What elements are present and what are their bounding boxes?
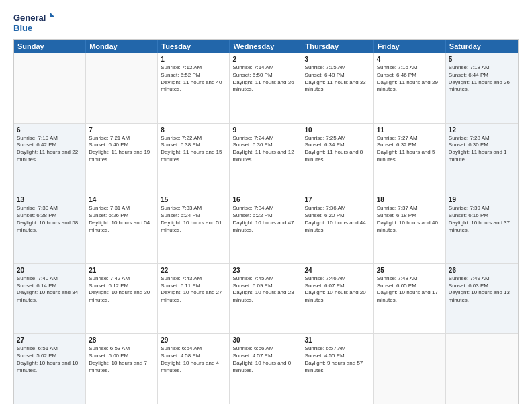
day-number: 1 bbox=[161, 55, 226, 64]
cal-cell-10: 10Sunrise: 7:25 AM Sunset: 6:34 PM Dayli… bbox=[302, 124, 374, 193]
day-number: 10 bbox=[305, 126, 371, 134]
header-day-monday: Monday bbox=[86, 40, 158, 53]
cal-cell-6: 6Sunrise: 7:19 AM Sunset: 6:42 PM Daylig… bbox=[14, 124, 86, 193]
day-number: 13 bbox=[17, 195, 83, 204]
week-row-2: 13Sunrise: 7:30 AM Sunset: 6:28 PM Dayli… bbox=[14, 193, 518, 264]
logo-icon: General Blue bbox=[13, 11, 54, 35]
cal-cell-26: 26Sunrise: 7:49 AM Sunset: 6:03 PM Dayli… bbox=[446, 264, 518, 334]
day-number: 19 bbox=[449, 195, 515, 204]
header-day-sunday: Sunday bbox=[14, 40, 86, 53]
day-number: 21 bbox=[89, 266, 154, 275]
day-number: 28 bbox=[89, 336, 154, 345]
header-day-tuesday: Tuesday bbox=[158, 40, 230, 53]
cal-cell-9: 9Sunrise: 7:24 AM Sunset: 6:36 PM Daylig… bbox=[230, 124, 302, 193]
day-info: Sunrise: 7:31 AM Sunset: 6:26 PM Dayligh… bbox=[89, 205, 154, 234]
cal-cell-12: 12Sunrise: 7:28 AM Sunset: 6:30 PM Dayli… bbox=[446, 124, 518, 193]
cal-cell-4: 4Sunrise: 7:16 AM Sunset: 6:46 PM Daylig… bbox=[374, 53, 446, 123]
calendar-page: General Blue SundayMondayTuesdayWednesda… bbox=[0, 0, 532, 411]
cal-cell-28: 28Sunrise: 6:53 AM Sunset: 5:00 PM Dayli… bbox=[86, 334, 158, 404]
cal-cell-29: 29Sunrise: 6:54 AM Sunset: 4:58 PM Dayli… bbox=[158, 334, 230, 404]
day-info: Sunrise: 7:37 AM Sunset: 6:18 PM Dayligh… bbox=[377, 205, 443, 234]
day-number: 8 bbox=[161, 126, 226, 134]
cal-cell-24: 24Sunrise: 7:46 AM Sunset: 6:07 PM Dayli… bbox=[302, 264, 374, 334]
cal-cell-1: 1Sunrise: 7:12 AM Sunset: 6:52 PM Daylig… bbox=[158, 53, 230, 123]
day-info: Sunrise: 7:14 AM Sunset: 6:50 PM Dayligh… bbox=[232, 64, 298, 93]
day-info: Sunrise: 6:56 AM Sunset: 4:57 PM Dayligh… bbox=[232, 345, 298, 374]
day-info: Sunrise: 7:28 AM Sunset: 6:30 PM Dayligh… bbox=[449, 135, 515, 164]
cal-cell-13: 13Sunrise: 7:30 AM Sunset: 6:28 PM Dayli… bbox=[14, 193, 86, 263]
day-info: Sunrise: 7:18 AM Sunset: 6:44 PM Dayligh… bbox=[449, 64, 515, 93]
day-number: 25 bbox=[377, 266, 443, 275]
day-info: Sunrise: 7:34 AM Sunset: 6:22 PM Dayligh… bbox=[232, 205, 298, 234]
day-number: 12 bbox=[449, 126, 515, 134]
day-info: Sunrise: 7:33 AM Sunset: 6:24 PM Dayligh… bbox=[161, 205, 226, 234]
day-info: Sunrise: 7:49 AM Sunset: 6:03 PM Dayligh… bbox=[449, 275, 515, 304]
day-info: Sunrise: 7:48 AM Sunset: 6:05 PM Dayligh… bbox=[377, 275, 443, 304]
cal-cell-3: 3Sunrise: 7:15 AM Sunset: 6:48 PM Daylig… bbox=[302, 53, 374, 123]
day-info: Sunrise: 7:36 AM Sunset: 6:20 PM Dayligh… bbox=[305, 205, 371, 234]
cal-cell-empty-0-1 bbox=[86, 53, 158, 123]
header-day-wednesday: Wednesday bbox=[230, 40, 302, 53]
day-number: 11 bbox=[377, 126, 443, 134]
day-number: 17 bbox=[305, 195, 371, 204]
day-number: 20 bbox=[17, 266, 83, 275]
header-day-friday: Friday bbox=[374, 40, 446, 53]
day-number: 9 bbox=[232, 126, 298, 134]
day-info: Sunrise: 7:21 AM Sunset: 6:40 PM Dayligh… bbox=[89, 135, 154, 164]
day-number: 3 bbox=[305, 55, 371, 64]
svg-marker-2 bbox=[50, 12, 54, 17]
cal-cell-11: 11Sunrise: 7:27 AM Sunset: 6:32 PM Dayli… bbox=[374, 124, 446, 193]
day-info: Sunrise: 7:27 AM Sunset: 6:32 PM Dayligh… bbox=[377, 135, 443, 164]
cal-cell-14: 14Sunrise: 7:31 AM Sunset: 6:26 PM Dayli… bbox=[86, 193, 158, 263]
cal-cell-empty-4-6 bbox=[446, 334, 518, 404]
cal-cell-18: 18Sunrise: 7:37 AM Sunset: 6:18 PM Dayli… bbox=[374, 193, 446, 263]
day-number: 2 bbox=[232, 55, 298, 64]
cal-cell-7: 7Sunrise: 7:21 AM Sunset: 6:40 PM Daylig… bbox=[86, 124, 158, 193]
cal-cell-empty-4-5 bbox=[374, 334, 446, 404]
week-row-0: 1Sunrise: 7:12 AM Sunset: 6:52 PM Daylig… bbox=[14, 53, 518, 124]
day-info: Sunrise: 7:15 AM Sunset: 6:48 PM Dayligh… bbox=[305, 64, 371, 93]
day-number: 14 bbox=[89, 195, 154, 204]
day-info: Sunrise: 7:12 AM Sunset: 6:52 PM Dayligh… bbox=[161, 64, 226, 93]
day-number: 30 bbox=[232, 336, 298, 345]
day-number: 23 bbox=[232, 266, 298, 275]
day-info: Sunrise: 7:43 AM Sunset: 6:11 PM Dayligh… bbox=[161, 275, 226, 304]
cal-cell-2: 2Sunrise: 7:14 AM Sunset: 6:50 PM Daylig… bbox=[230, 53, 302, 123]
cal-cell-15: 15Sunrise: 7:33 AM Sunset: 6:24 PM Dayli… bbox=[158, 193, 230, 263]
cal-cell-25: 25Sunrise: 7:48 AM Sunset: 6:05 PM Dayli… bbox=[374, 264, 446, 334]
cal-cell-20: 20Sunrise: 7:40 AM Sunset: 6:14 PM Dayli… bbox=[14, 264, 86, 334]
cal-cell-empty-0-0 bbox=[14, 53, 86, 123]
day-info: Sunrise: 7:42 AM Sunset: 6:12 PM Dayligh… bbox=[89, 275, 154, 304]
calendar-header: SundayMondayTuesdayWednesdayThursdayFrid… bbox=[14, 40, 518, 53]
cal-cell-31: 31Sunrise: 6:57 AM Sunset: 4:55 PM Dayli… bbox=[302, 334, 374, 404]
week-row-4: 27Sunrise: 6:51 AM Sunset: 5:02 PM Dayli… bbox=[14, 334, 518, 404]
day-info: Sunrise: 7:30 AM Sunset: 6:28 PM Dayligh… bbox=[17, 205, 83, 234]
svg-text:General: General bbox=[13, 13, 46, 23]
week-row-1: 6Sunrise: 7:19 AM Sunset: 6:42 PM Daylig… bbox=[14, 124, 518, 194]
cal-cell-8: 8Sunrise: 7:22 AM Sunset: 6:38 PM Daylig… bbox=[158, 124, 230, 193]
calendar: SundayMondayTuesdayWednesdayThursdayFrid… bbox=[13, 39, 519, 404]
day-info: Sunrise: 6:54 AM Sunset: 4:58 PM Dayligh… bbox=[161, 345, 226, 374]
week-row-3: 20Sunrise: 7:40 AM Sunset: 6:14 PM Dayli… bbox=[14, 264, 518, 334]
cal-cell-21: 21Sunrise: 7:42 AM Sunset: 6:12 PM Dayli… bbox=[86, 264, 158, 334]
cal-cell-30: 30Sunrise: 6:56 AM Sunset: 4:57 PM Dayli… bbox=[230, 334, 302, 404]
cal-cell-5: 5Sunrise: 7:18 AM Sunset: 6:44 PM Daylig… bbox=[446, 53, 518, 123]
day-number: 15 bbox=[161, 195, 226, 204]
day-info: Sunrise: 7:24 AM Sunset: 6:36 PM Dayligh… bbox=[232, 135, 298, 164]
cal-cell-16: 16Sunrise: 7:34 AM Sunset: 6:22 PM Dayli… bbox=[230, 193, 302, 263]
day-number: 6 bbox=[17, 126, 83, 134]
day-info: Sunrise: 7:22 AM Sunset: 6:38 PM Dayligh… bbox=[161, 135, 226, 164]
day-info: Sunrise: 7:19 AM Sunset: 6:42 PM Dayligh… bbox=[17, 135, 83, 164]
day-info: Sunrise: 7:39 AM Sunset: 6:16 PM Dayligh… bbox=[449, 205, 515, 234]
header-day-saturday: Saturday bbox=[446, 40, 518, 53]
day-number: 4 bbox=[377, 55, 443, 64]
cal-cell-27: 27Sunrise: 6:51 AM Sunset: 5:02 PM Dayli… bbox=[14, 334, 86, 404]
day-number: 27 bbox=[17, 336, 83, 345]
day-number: 5 bbox=[449, 55, 515, 64]
day-number: 18 bbox=[377, 195, 443, 204]
cal-cell-17: 17Sunrise: 7:36 AM Sunset: 6:20 PM Dayli… bbox=[302, 193, 374, 263]
day-number: 22 bbox=[161, 266, 226, 275]
day-number: 26 bbox=[449, 266, 515, 275]
day-info: Sunrise: 6:51 AM Sunset: 5:02 PM Dayligh… bbox=[17, 345, 83, 374]
svg-text:Blue: Blue bbox=[13, 23, 32, 33]
